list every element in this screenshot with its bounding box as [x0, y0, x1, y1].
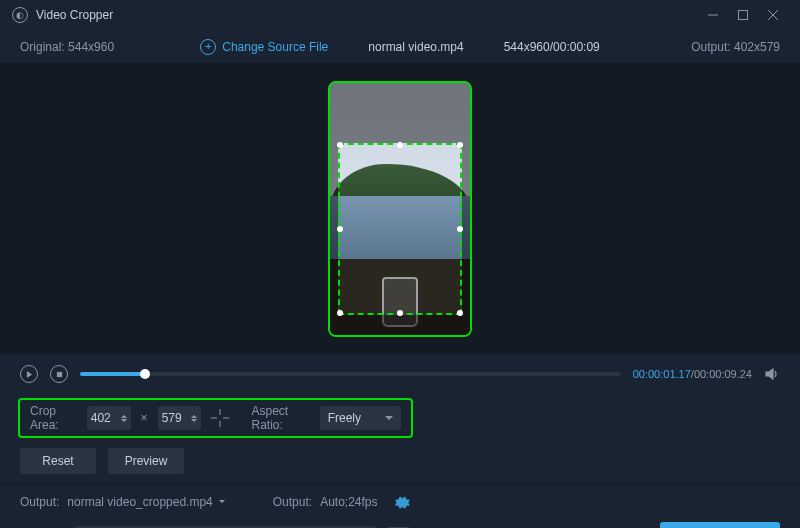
volume-icon[interactable]: [764, 366, 780, 382]
crop-height-input[interactable]: 579: [158, 406, 202, 430]
crop-rectangle[interactable]: [338, 143, 462, 315]
settings-gear-icon[interactable]: [394, 494, 410, 510]
caret-down-icon: [385, 416, 393, 420]
time-display: 00:00:01.17/00:00:09.24: [633, 368, 752, 380]
crop-handle[interactable]: [457, 226, 463, 232]
spinner-up-icon[interactable]: [121, 415, 127, 418]
preview-area: [0, 64, 800, 354]
spinner-down-icon[interactable]: [191, 419, 197, 422]
close-button[interactable]: [758, 0, 788, 30]
crop-controls-panel: Crop Area: 402 × 579 Aspect Ratio: Freel…: [18, 398, 413, 438]
reset-button[interactable]: Reset: [20, 448, 96, 474]
crop-handle[interactable]: [337, 310, 343, 316]
crop-handle[interactable]: [337, 142, 343, 148]
spinner-up-icon[interactable]: [191, 415, 197, 418]
svg-marker-6: [766, 369, 773, 379]
svg-rect-5: [56, 371, 61, 376]
video-frame[interactable]: [328, 81, 472, 337]
source-filename: normal video.mp4: [368, 40, 463, 54]
spinner-down-icon[interactable]: [121, 419, 127, 422]
timeline-slider[interactable]: [80, 372, 621, 376]
caret-down-icon: [219, 500, 225, 503]
center-crop-button[interactable]: [211, 407, 229, 429]
output-dimensions: Output: 402x579: [640, 40, 780, 54]
svg-rect-1: [739, 11, 748, 20]
original-dimensions: Original: 544x960: [20, 40, 160, 54]
crop-handle[interactable]: [337, 226, 343, 232]
export-button[interactable]: Export: [660, 522, 780, 528]
window-title: Video Cropper: [36, 8, 698, 22]
crop-handle[interactable]: [457, 310, 463, 316]
change-source-label: Change Source File: [222, 40, 328, 54]
output-file-label: Output:: [20, 495, 59, 509]
timeline-thumb[interactable]: [140, 369, 150, 379]
minimize-button[interactable]: [698, 0, 728, 30]
plus-circle-icon: +: [200, 39, 216, 55]
crop-width-input[interactable]: 402: [87, 406, 131, 430]
crop-area-label: Crop Area:: [30, 404, 77, 432]
app-logo-icon: ◐: [12, 7, 28, 23]
output-format-label: Output:: [273, 495, 312, 509]
output-filename-dropdown[interactable]: normal video_cropped.mp4: [67, 495, 224, 509]
source-meta: 544x960/00:00:09: [504, 40, 600, 54]
preview-button[interactable]: Preview: [108, 448, 184, 474]
crop-handle[interactable]: [397, 310, 403, 316]
output-format-value: Auto;24fps: [320, 495, 377, 509]
stop-button[interactable]: [50, 365, 68, 383]
maximize-button[interactable]: [728, 0, 758, 30]
play-button[interactable]: [20, 365, 38, 383]
crop-handle[interactable]: [457, 142, 463, 148]
times-symbol: ×: [141, 411, 148, 425]
aspect-ratio-dropdown[interactable]: Freely: [320, 406, 401, 430]
aspect-ratio-label: Aspect Ratio:: [251, 404, 309, 432]
crop-handle[interactable]: [397, 142, 403, 148]
change-source-button[interactable]: + Change Source File: [200, 39, 328, 55]
svg-marker-4: [26, 371, 31, 378]
